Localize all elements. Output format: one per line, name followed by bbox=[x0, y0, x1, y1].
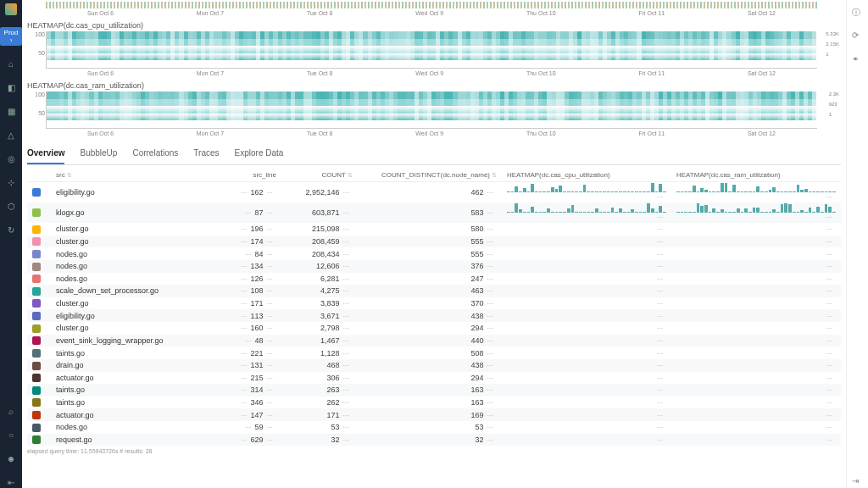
ellipsis-icon[interactable]: ··· bbox=[339, 208, 353, 217]
env-selector[interactable]: Prod › bbox=[0, 27, 22, 46]
ellipsis-icon[interactable]: ··· bbox=[237, 349, 251, 358]
table-row[interactable]: klogx.go···87···603,871···583········· bbox=[27, 202, 841, 223]
ellipsis-icon[interactable]: ··· bbox=[339, 225, 353, 233]
col-src-line[interactable]: src_line bbox=[222, 169, 281, 182]
ellipsis-icon[interactable]: ··· bbox=[263, 374, 276, 382]
ellipsis-icon[interactable]: ··· bbox=[653, 423, 666, 431]
col-count[interactable]: COUNT⇅ bbox=[281, 169, 358, 182]
ellipsis-icon[interactable]: ··· bbox=[822, 324, 836, 332]
ellipsis-icon[interactable]: ··· bbox=[237, 398, 251, 407]
ellipsis-icon[interactable]: ··· bbox=[653, 361, 666, 369]
ellipsis-icon[interactable]: ··· bbox=[653, 324, 666, 332]
ellipsis-icon[interactable]: ··· bbox=[653, 250, 666, 258]
ellipsis-icon[interactable]: ··· bbox=[822, 435, 836, 444]
table-row[interactable]: drain.go···131···468···438········· bbox=[27, 359, 841, 372]
logo-icon[interactable] bbox=[5, 3, 17, 15]
ellipsis-icon[interactable]: ··· bbox=[237, 385, 251, 394]
people-icon[interactable]: ⚭ bbox=[852, 54, 864, 66]
table-row[interactable]: nodes.go···59···53···53········· bbox=[27, 421, 841, 434]
table-row[interactable]: scale_down_set_processor.go···108···4,27… bbox=[27, 285, 841, 297]
ellipsis-icon[interactable]: ··· bbox=[263, 312, 276, 320]
datasets-icon[interactable]: ⬡ bbox=[5, 200, 17, 212]
ellipsis-icon[interactable]: ··· bbox=[822, 299, 836, 308]
tab-overview[interactable]: Overview bbox=[27, 145, 64, 164]
ellipsis-icon[interactable]: ··· bbox=[483, 374, 497, 382]
ellipsis-icon[interactable]: ··· bbox=[483, 262, 497, 270]
ellipsis-icon[interactable]: ··· bbox=[263, 398, 276, 407]
table-row[interactable]: eligibility.go···162···2,952,146···462··… bbox=[27, 182, 841, 203]
table-row[interactable]: taints.go···346···262···163········· bbox=[27, 396, 841, 409]
table-row[interactable]: actuator.go···147···171···169········· bbox=[27, 408, 841, 421]
ellipsis-icon[interactable]: ··· bbox=[263, 349, 276, 358]
ellipsis-icon[interactable]: ··· bbox=[483, 411, 497, 419]
ellipsis-icon[interactable]: ··· bbox=[339, 286, 353, 295]
ellipsis-icon[interactable]: ··· bbox=[483, 423, 497, 431]
table-row[interactable]: event_sink_logging_wrapper.go···48···1,4… bbox=[27, 335, 841, 347]
ellipsis-icon[interactable]: ··· bbox=[237, 188, 251, 197]
table-row[interactable]: cluster.go···160···2,798···294········· bbox=[27, 322, 841, 335]
ellipsis-icon[interactable]: ··· bbox=[339, 188, 353, 197]
ellipsis-icon[interactable]: ··· bbox=[483, 237, 497, 246]
ellipsis-icon[interactable]: ··· bbox=[822, 398, 836, 407]
ellipsis-icon[interactable]: ··· bbox=[822, 286, 836, 295]
ellipsis-icon[interactable]: ··· bbox=[237, 286, 251, 295]
ellipsis-icon[interactable]: ··· bbox=[242, 423, 255, 431]
ellipsis-icon[interactable]: ··· bbox=[822, 385, 836, 394]
ellipsis-icon[interactable]: ··· bbox=[339, 262, 353, 270]
ellipsis-icon[interactable]: ··· bbox=[263, 423, 276, 431]
ellipsis-icon[interactable]: ··· bbox=[483, 385, 497, 394]
ellipsis-icon[interactable]: ··· bbox=[237, 274, 251, 283]
ram-chart-area[interactable]: 10050 2.3K9231 bbox=[46, 92, 817, 129]
ellipsis-icon[interactable]: ··· bbox=[653, 274, 666, 283]
ellipsis-icon[interactable]: ··· bbox=[263, 262, 276, 270]
ellipsis-icon[interactable]: ··· bbox=[653, 435, 666, 444]
ellipsis-icon[interactable]: ··· bbox=[339, 374, 353, 382]
info-icon[interactable]: ⓘ bbox=[852, 7, 864, 19]
ellipsis-icon[interactable]: ··· bbox=[263, 299, 276, 308]
ellipsis-icon[interactable]: ··· bbox=[653, 262, 666, 270]
ellipsis-icon[interactable]: ··· bbox=[483, 225, 497, 233]
ellipsis-icon[interactable]: ··· bbox=[822, 374, 836, 382]
ellipsis-icon[interactable]: ··· bbox=[339, 274, 353, 283]
ellipsis-icon[interactable]: ··· bbox=[653, 312, 666, 320]
history-icon[interactable]: ↻ bbox=[5, 224, 17, 236]
table-row[interactable]: cluster.go···174···208,459···555········… bbox=[27, 236, 841, 248]
ellipsis-icon[interactable]: ··· bbox=[653, 336, 666, 345]
ellipsis-icon[interactable]: ··· bbox=[653, 299, 666, 308]
ellipsis-icon[interactable]: ··· bbox=[263, 336, 276, 345]
ellipsis-icon[interactable]: ··· bbox=[822, 225, 836, 233]
ellipsis-icon[interactable]: ··· bbox=[263, 188, 276, 197]
ellipsis-icon[interactable]: ··· bbox=[483, 349, 497, 358]
ellipsis-icon[interactable]: ··· bbox=[339, 312, 353, 320]
tab-traces[interactable]: Traces bbox=[193, 145, 219, 164]
table-row[interactable]: taints.go···221···1,128···508········· bbox=[27, 347, 841, 359]
expand-icon[interactable]: ⇥ bbox=[852, 476, 864, 488]
ellipsis-icon[interactable]: ··· bbox=[483, 188, 497, 197]
slos-icon[interactable]: ◎ bbox=[5, 152, 17, 164]
ellipsis-icon[interactable]: ··· bbox=[339, 398, 353, 407]
ellipsis-icon[interactable]: ··· bbox=[822, 250, 836, 258]
ellipsis-icon[interactable]: ··· bbox=[653, 411, 666, 419]
ellipsis-icon[interactable]: ··· bbox=[263, 286, 276, 295]
table-row[interactable]: nodes.go···134···12,606···376········· bbox=[27, 260, 841, 273]
refresh-icon[interactable]: ○ bbox=[5, 429, 17, 441]
ellipsis-icon[interactable]: ··· bbox=[653, 398, 666, 407]
ellipsis-icon[interactable]: ··· bbox=[822, 213, 836, 221]
ellipsis-icon[interactable]: ··· bbox=[483, 324, 497, 332]
ellipsis-icon[interactable]: ··· bbox=[822, 237, 836, 246]
table-row[interactable]: eligibility.go···113···3,671···438······… bbox=[27, 309, 841, 322]
ellipsis-icon[interactable]: ··· bbox=[339, 324, 353, 332]
ellipsis-icon[interactable]: ··· bbox=[263, 237, 276, 246]
ellipsis-icon[interactable]: ··· bbox=[822, 361, 836, 369]
ellipsis-icon[interactable]: ··· bbox=[242, 336, 255, 345]
collapse-icon[interactable]: ⇤ bbox=[5, 476, 17, 488]
ellipsis-icon[interactable]: ··· bbox=[822, 423, 836, 431]
ellipsis-icon[interactable]: ··· bbox=[483, 336, 497, 345]
ellipsis-icon[interactable]: ··· bbox=[653, 286, 666, 295]
ellipsis-icon[interactable]: ··· bbox=[653, 192, 666, 201]
table-row[interactable]: actuator.go···215···306···294········· bbox=[27, 372, 841, 385]
ellipsis-icon[interactable]: ··· bbox=[237, 411, 251, 419]
avatar-icon[interactable]: ☻ bbox=[5, 452, 17, 464]
ellipsis-icon[interactable]: ··· bbox=[339, 435, 353, 444]
ellipsis-icon[interactable]: ··· bbox=[237, 262, 251, 270]
